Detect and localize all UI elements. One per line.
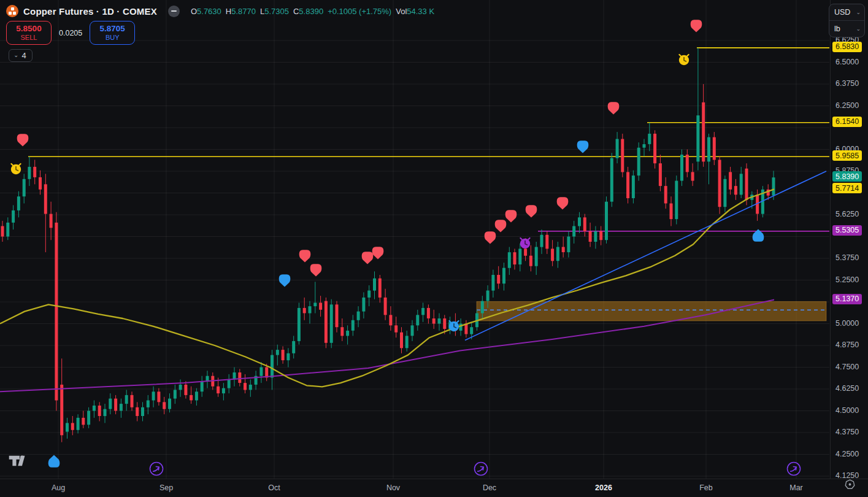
- legend-more-icon[interactable]: [168, 6, 180, 17]
- candle[interactable]: [23, 179, 26, 196]
- interval-count-chip[interactable]: ⌄ 4: [9, 49, 33, 62]
- candle[interactable]: [195, 391, 198, 400]
- idea-marker-buy[interactable]: [577, 141, 589, 153]
- line-price-label[interactable]: 5.9585: [832, 150, 862, 161]
- currency-select[interactable]: USD ⌄: [829, 4, 864, 20]
- buy-button[interactable]: 5.8705 BUY: [90, 21, 135, 45]
- idea-marker-sell[interactable]: [485, 231, 496, 244]
- candle[interactable]: [39, 177, 42, 190]
- candle[interactable]: [12, 210, 15, 223]
- candle[interactable]: [82, 418, 85, 425]
- candle[interactable]: [147, 401, 150, 407]
- candle[interactable]: [1, 226, 4, 237]
- candle[interactable]: [282, 350, 285, 360]
- candle[interactable]: [179, 385, 182, 390]
- candle[interactable]: [696, 115, 699, 161]
- candle[interactable]: [648, 134, 651, 144]
- candle[interactable]: [578, 217, 581, 226]
- candle[interactable]: [87, 411, 90, 425]
- idea-marker-sell[interactable]: [310, 264, 322, 276]
- sell-button[interactable]: 5.8500 SELL: [6, 21, 52, 45]
- candle[interactable]: [416, 315, 419, 325]
- candle[interactable]: [605, 202, 608, 241]
- candle[interactable]: [292, 341, 295, 353]
- symbol-legend[interactable]: Copper Futures · 1D · COMEX O5.7630 H5.8…: [6, 4, 434, 18]
- idea-marker-buy[interactable]: [279, 274, 291, 287]
- candle[interactable]: [632, 175, 635, 198]
- candle[interactable]: [60, 385, 63, 435]
- time-axis[interactable]: AugSepOctNovDec2026FebMar: [0, 479, 868, 497]
- candle[interactable]: [136, 407, 139, 416]
- symbol-title[interactable]: Copper Futures · 1D · COMEX: [23, 6, 157, 17]
- candle[interactable]: [464, 324, 467, 334]
- candle[interactable]: [141, 407, 144, 416]
- candle[interactable]: [599, 231, 602, 240]
- candle[interactable]: [518, 248, 521, 264]
- candle[interactable]: [98, 406, 101, 416]
- candle[interactable]: [691, 172, 694, 180]
- candle[interactable]: [772, 177, 775, 196]
- candle[interactable]: [174, 390, 177, 398]
- idea-marker-sell[interactable]: [372, 247, 384, 259]
- candle[interactable]: [157, 391, 160, 402]
- candle[interactable]: [535, 247, 538, 266]
- candle[interactable]: [470, 327, 473, 334]
- candle[interactable]: [286, 353, 290, 360]
- candle[interactable]: [28, 167, 31, 179]
- candle[interactable]: [567, 237, 570, 253]
- candle[interactable]: [109, 399, 112, 409]
- candle[interactable]: [637, 148, 640, 175]
- candle[interactable]: [421, 308, 424, 315]
- candle[interactable]: [66, 423, 69, 431]
- alert-clock-icon[interactable]: [679, 55, 689, 65]
- candle[interactable]: [621, 139, 624, 172]
- candle[interactable]: [659, 163, 662, 186]
- candle[interactable]: [443, 318, 446, 329]
- candle[interactable]: [540, 235, 543, 247]
- candle[interactable]: [55, 223, 58, 401]
- candle[interactable]: [459, 324, 463, 331]
- candle[interactable]: [643, 144, 646, 148]
- candle[interactable]: [228, 379, 231, 388]
- candle[interactable]: [529, 256, 532, 266]
- line-price-label[interactable]: 5.1370: [832, 294, 862, 304]
- candle[interactable]: [201, 381, 204, 391]
- candle[interactable]: [131, 395, 134, 407]
- candle[interactable]: [545, 235, 548, 249]
- tradingview-logo[interactable]: [8, 455, 31, 469]
- candle[interactable]: [168, 399, 171, 409]
- candle[interactable]: [249, 385, 252, 390]
- candle[interactable]: [745, 169, 748, 200]
- candle[interactable]: [298, 308, 301, 341]
- idea-marker-sell[interactable]: [691, 20, 702, 32]
- candle[interactable]: [125, 395, 128, 404]
- contract-rollover-icon[interactable]: [475, 463, 488, 476]
- candle[interactable]: [313, 302, 317, 306]
- candle[interactable]: [33, 167, 36, 177]
- candle[interactable]: [723, 179, 726, 207]
- idea-marker-sell[interactable]: [495, 220, 507, 232]
- candle[interactable]: [50, 214, 53, 228]
- object-tree-icon[interactable]: [845, 479, 855, 492]
- candle[interactable]: [163, 402, 166, 409]
- candle[interactable]: [206, 376, 209, 382]
- candle[interactable]: [589, 231, 592, 242]
- candle[interactable]: [44, 184, 47, 214]
- candle[interactable]: [438, 318, 441, 324]
- candle[interactable]: [394, 325, 398, 332]
- candle[interactable]: [508, 252, 511, 268]
- candle[interactable]: [259, 368, 263, 376]
- candle[interactable]: [594, 231, 597, 242]
- candle[interactable]: [718, 160, 721, 207]
- candle[interactable]: [740, 174, 743, 195]
- candle[interactable]: [271, 355, 274, 378]
- candle[interactable]: [713, 137, 716, 160]
- candle[interactable]: [93, 406, 96, 411]
- candle[interactable]: [610, 158, 613, 202]
- candle[interactable]: [562, 247, 565, 253]
- candle[interactable]: [222, 388, 225, 394]
- candle[interactable]: [319, 302, 322, 309]
- candle[interactable]: [244, 383, 247, 390]
- contract-rollover-icon[interactable]: [788, 463, 801, 476]
- candle[interactable]: [336, 304, 339, 327]
